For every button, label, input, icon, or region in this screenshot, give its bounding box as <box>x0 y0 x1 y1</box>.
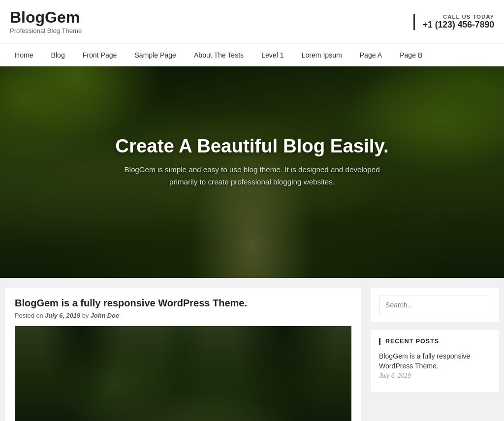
recent-posts-list: BlogGem is a fully responsive WordPress … <box>379 352 491 379</box>
post-meta-prefix: Posted on <box>15 312 43 319</box>
post-date-link[interactable]: July 6, 2019 <box>45 312 80 319</box>
post-thumbnail <box>15 326 351 421</box>
hero-subtitle: BlogGem is simple and easy to use blog t… <box>124 164 380 188</box>
post-thumbnail-overlay <box>15 326 351 421</box>
recent-posts-widget: RECENT POSTS BlogGem is a fully responsi… <box>371 330 499 391</box>
nav-item-level-1[interactable]: Level 1 <box>252 44 292 66</box>
nav-item-blog[interactable]: Blog <box>42 44 74 66</box>
recent-post-date: July 6, 2019 <box>379 372 491 379</box>
site-title: BlogGem <box>10 9 82 26</box>
nav-item-about-the-tests[interactable]: About The Tests <box>185 44 252 66</box>
site-header: BlogGem Professional Blog Theme CALL US … <box>0 0 504 44</box>
nav-item-front-page[interactable]: Front Page <box>74 44 126 66</box>
search-widget <box>371 288 499 322</box>
recent-post-item: BlogGem is a fully responsive WordPress … <box>379 352 491 379</box>
post-meta-by: by <box>82 312 89 319</box>
site-branding: BlogGem Professional Blog Theme <box>10 9 82 34</box>
post-meta: Posted on July 6, 2019 by John Doe <box>15 312 351 319</box>
post-card: BlogGem is a fully responsive WordPress … <box>5 288 361 421</box>
hero-content: Create A Beautiful Blog Easily. BlogGem … <box>0 66 504 188</box>
site-tagline: Professional Blog Theme <box>10 27 82 34</box>
nav-item-home[interactable]: Home <box>6 44 42 66</box>
main-wrapper: BlogGem is a fully responsive WordPress … <box>0 288 504 421</box>
post-title: BlogGem is a fully responsive WordPress … <box>15 298 351 309</box>
hero-title: Create A Beautiful Blog Easily. <box>0 135 504 157</box>
nav-item-page-b[interactable]: Page B <box>391 44 431 66</box>
hero-section: Create A Beautiful Blog Easily. BlogGem … <box>0 66 504 278</box>
posts-column: BlogGem is a fully responsive WordPress … <box>5 288 361 421</box>
sidebar: RECENT POSTS BlogGem is a fully responsi… <box>371 288 499 421</box>
phone-number: +1 (123) 456-7890 <box>423 20 494 30</box>
nav-item-sample-page[interactable]: Sample Page <box>126 44 185 66</box>
post-author-link[interactable]: John Doe <box>91 312 119 319</box>
call-label: CALL US TODAY <box>423 14 494 20</box>
recent-posts-title: RECENT POSTS <box>379 338 491 345</box>
search-input[interactable] <box>379 296 491 314</box>
header-contact: CALL US TODAY +1 (123) 456-7890 <box>413 14 494 30</box>
nav-item-page-a[interactable]: Page A <box>351 44 391 66</box>
nav-item-lorem-ipsum[interactable]: Lorem Ipsum <box>293 44 351 66</box>
main-navigation: HomeBlogFront PageSample PageAbout The T… <box>0 44 504 66</box>
recent-post-title-link[interactable]: BlogGem is a fully responsive WordPress … <box>379 352 491 371</box>
